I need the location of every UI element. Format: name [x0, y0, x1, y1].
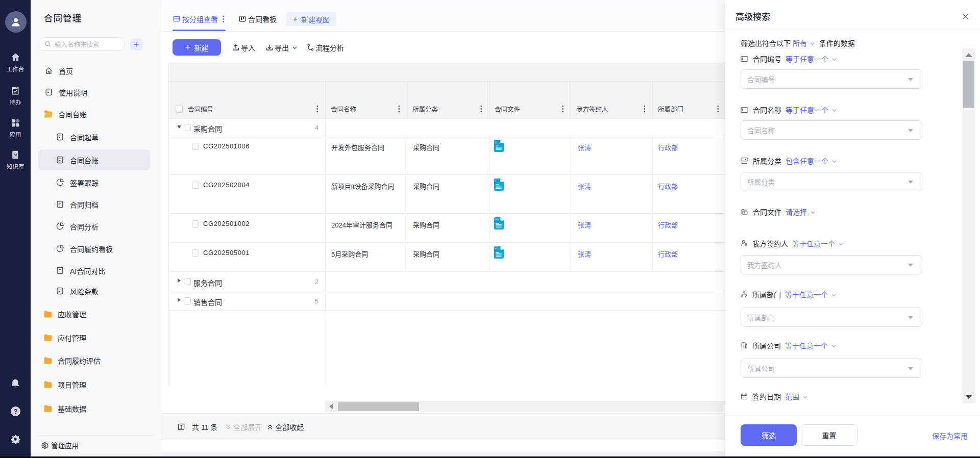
svg-text:AI: AI — [14, 152, 17, 156]
svg-text:?: ? — [13, 408, 17, 415]
